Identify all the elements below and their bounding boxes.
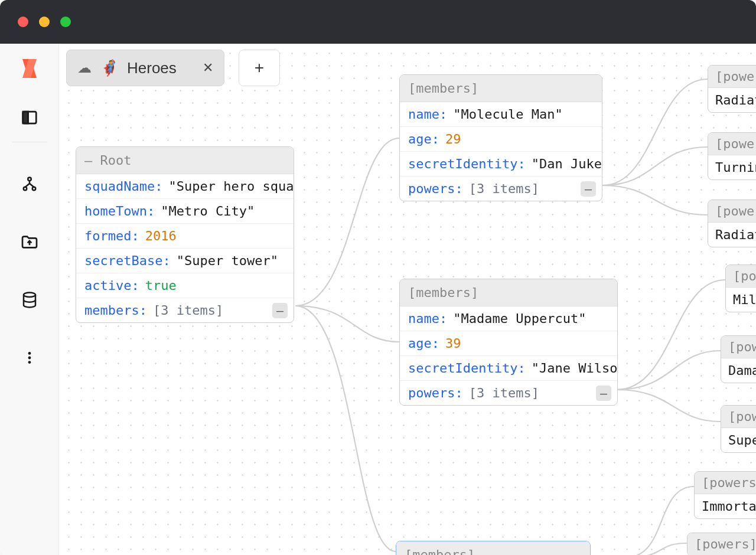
node-row[interactable]: squadName:"Super hero squad" xyxy=(76,174,294,199)
property-value: 39 xyxy=(445,336,461,351)
svg-point-9 xyxy=(28,361,31,364)
node-value: Immortali xyxy=(695,494,756,518)
property-value: [3 items] xyxy=(153,303,223,318)
property-key: name xyxy=(408,311,439,326)
property-value: "Jane Wilson" xyxy=(532,361,618,376)
svg-point-6 xyxy=(24,293,35,298)
property-value: [3 items] xyxy=(469,386,539,400)
node-row[interactable]: secretIdentity:"Dan Jukes" xyxy=(400,152,602,177)
node-header: [powe xyxy=(721,406,756,428)
property-value: true xyxy=(145,278,177,293)
property-key: secretIdentity xyxy=(408,156,517,171)
node-row[interactable]: name:"Molecule Man" xyxy=(400,102,602,127)
folder-upload-icon[interactable] xyxy=(19,232,40,252)
node-value: Turning xyxy=(708,155,756,179)
node-member-2[interactable]: [members] name:"Madame Uppercut"age:39se… xyxy=(399,279,618,406)
tab-close-icon[interactable]: ✕ xyxy=(203,60,213,76)
svg-point-8 xyxy=(28,357,31,360)
new-tab-button[interactable]: + xyxy=(239,50,280,86)
property-value: [3 items] xyxy=(469,181,539,196)
property-key: age xyxy=(408,336,432,351)
node-row[interactable]: active:true xyxy=(76,273,294,298)
svg-point-4 xyxy=(23,187,27,191)
node-powers-1[interactable]: [powers] Radiati xyxy=(708,65,756,113)
node-powers-4[interactable]: [powe Milli xyxy=(725,265,756,312)
node-header: [powe xyxy=(721,336,756,358)
property-value: "Molecule Man" xyxy=(453,107,562,122)
node-powers-2[interactable]: [powers Turning xyxy=(708,132,756,180)
app-window: ☁ 🦸 Heroes ✕ + xyxy=(0,0,756,555)
svg-point-7 xyxy=(28,352,31,355)
property-key: age xyxy=(408,132,432,146)
node-header: [powers xyxy=(708,200,756,223)
close-window-button[interactable] xyxy=(18,17,28,27)
node-member-1[interactable]: [members] name:"Molecule Man"age:29secre… xyxy=(399,74,602,201)
property-key: squadName xyxy=(84,179,155,194)
node-value: Radiati xyxy=(708,223,756,247)
node-root[interactable]: – Root squadName:"Super hero squad"homeT… xyxy=(76,146,294,323)
node-value: Milli xyxy=(726,288,756,312)
node-header: [powers xyxy=(708,133,756,155)
node-header: [powers] xyxy=(687,533,756,555)
panel-toggle-icon[interactable] xyxy=(19,107,40,128)
tab-emoji: 🦸 xyxy=(100,59,119,77)
property-value: 29 xyxy=(445,132,461,146)
sidebar-divider xyxy=(12,142,47,142)
property-value: "Metro City" xyxy=(161,204,255,218)
collapse-button[interactable]: – xyxy=(581,181,596,197)
property-key: active xyxy=(84,278,131,293)
node-row[interactable]: powers:[3 items]– xyxy=(400,381,617,405)
property-key: members xyxy=(84,303,139,318)
property-value: "Super hero squad" xyxy=(168,179,294,194)
node-value: Super xyxy=(721,428,756,452)
node-row[interactable]: age:29 xyxy=(400,127,602,152)
svg-point-3 xyxy=(28,178,31,181)
canvas[interactable]: ☁ 🦸 Heroes ✕ + xyxy=(59,44,756,555)
node-header: [powe xyxy=(726,265,756,288)
node-row[interactable]: name:"Madame Uppercut" xyxy=(400,306,617,331)
svg-point-5 xyxy=(32,187,35,191)
property-value: "Madame Uppercut" xyxy=(453,311,586,326)
property-key: formed xyxy=(84,228,131,243)
node-header: – Root xyxy=(76,147,294,174)
minimize-window-button[interactable] xyxy=(39,17,50,27)
property-key: name xyxy=(408,107,439,122)
property-key: homeTown xyxy=(84,204,147,218)
maximize-window-button[interactable] xyxy=(60,17,71,27)
tabbar: ☁ 🦸 Heroes ✕ + xyxy=(66,50,280,86)
titlebar xyxy=(0,0,756,44)
node-member-3[interactable]: [members] xyxy=(396,541,591,555)
node-row[interactable]: formed:2016 xyxy=(76,224,294,249)
node-header: [powers] xyxy=(695,472,756,494)
tree-view-icon[interactable] xyxy=(19,174,40,194)
node-row[interactable]: age:39 xyxy=(400,331,617,356)
property-value: "Dan Jukes" xyxy=(532,156,602,171)
property-value: "Super tower" xyxy=(177,253,278,268)
node-powers-5[interactable]: [powe Damag xyxy=(721,335,756,383)
node-header: [powers] xyxy=(708,66,756,88)
more-menu-icon[interactable] xyxy=(19,348,40,368)
collapse-button[interactable]: – xyxy=(596,386,611,401)
node-powers-6[interactable]: [powe Super xyxy=(721,405,756,453)
property-key: powers xyxy=(408,386,455,400)
node-value: Damag xyxy=(721,358,756,383)
database-icon[interactable] xyxy=(19,290,40,310)
node-powers-8[interactable]: [powers] xyxy=(687,533,756,555)
tab-heroes[interactable]: ☁ 🦸 Heroes ✕ xyxy=(66,50,224,86)
property-value: 2016 xyxy=(145,228,177,243)
node-row[interactable]: members:[3 items]– xyxy=(76,298,294,322)
node-row[interactable]: secretBase:"Super tower" xyxy=(76,249,294,273)
node-value: Radiati xyxy=(708,88,756,112)
node-powers-7[interactable]: [powers] Immortali xyxy=(694,471,756,519)
main-area: ☁ 🦸 Heroes ✕ + xyxy=(0,44,756,555)
tab-label: Heroes xyxy=(127,59,177,77)
collapse-button[interactable]: – xyxy=(272,303,288,318)
svg-rect-2 xyxy=(22,112,28,123)
node-row[interactable]: powers:[3 items]– xyxy=(400,177,602,201)
node-powers-3[interactable]: [powers Radiati xyxy=(708,200,756,247)
node-row[interactable]: homeTown:"Metro City" xyxy=(76,199,294,224)
sidebar xyxy=(0,44,59,555)
node-row[interactable]: secretIdentity:"Jane Wilson" xyxy=(400,356,617,381)
property-key: powers xyxy=(408,181,455,196)
app-logo-icon xyxy=(17,56,43,81)
